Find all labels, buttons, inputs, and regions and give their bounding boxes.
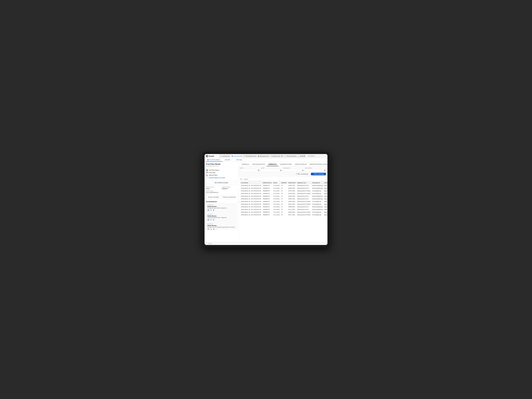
username-label: Benutzername bbox=[206, 186, 221, 188]
refresh-icon[interactable]: 🔄 bbox=[207, 228, 209, 230]
sub-tab-close[interactable]: ✕ bbox=[232, 159, 233, 160]
calendar-icon: 📅 bbox=[206, 172, 208, 174]
ablesestatus-select[interactable] bbox=[305, 169, 326, 172]
filter-row: Datum 📅 Sparte Ablesegrund bbox=[239, 166, 327, 177]
sub-tab-cvplu[interactable]: cvPLUpda...✕ bbox=[234, 158, 246, 162]
monitor-icon[interactable]: 🖥 bbox=[213, 219, 214, 221]
filter-actions: ↺ Filter zurücksetzen ✓ Filter anwenden bbox=[240, 173, 326, 175]
logout-button[interactable]: Benutzer abmelden bbox=[206, 196, 221, 199]
account-info: Benutzername petreu Registrierstatus Reg… bbox=[205, 185, 238, 194]
table-row[interactable]: Schiersteiner Str. 35 B SWJHUH-DF3008986… bbox=[240, 187, 327, 190]
reset-password-button[interactable]: Passwort zurücksetzen bbox=[222, 196, 237, 199]
nav-tab-ueberblick[interactable]: ÜBERBLICK bbox=[240, 163, 251, 166]
tab-icon: 📦 bbox=[258, 155, 259, 157]
data-table: Asset-NameZählernummerDatumZählwerkZähle… bbox=[240, 181, 327, 216]
search-input[interactable] bbox=[310, 155, 325, 157]
search-icon: 🔍 bbox=[308, 155, 310, 157]
sparte-select[interactable] bbox=[261, 169, 282, 172]
refresh-icon[interactable]: 🔄 bbox=[207, 219, 209, 221]
table-row[interactable]: Schiersteiner Str. 35 B SWJHUH-DF3008986… bbox=[240, 184, 327, 187]
global-search[interactable]: 🔍 bbox=[307, 155, 326, 158]
history-item-1: 20.6.2022 Online Service Preisänderungss… bbox=[206, 213, 237, 222]
action-buttons: Benutzer abmelden Passwort zurücksetzen bbox=[205, 194, 238, 200]
tab-inventory[interactable]: 📋Inventory Items✕ bbox=[219, 154, 230, 158]
table-row[interactable]: Schiersteiner Str. 35 B SWJHUH-DF3008986… bbox=[240, 200, 327, 203]
username-field: Benutzername petreu bbox=[206, 186, 221, 189]
all-contacts-button[interactable]: Alle Kontakte anzeigen bbox=[206, 181, 237, 184]
history-item-2: 10.6.2022 Online Service Info über neues… bbox=[206, 222, 237, 230]
history-date: 10.6.2022 bbox=[207, 223, 235, 225]
nav-tab-abschlagsplan[interactable]: ABSCHLAGSPLAN bbox=[293, 163, 308, 166]
sub-tab-label: cvPLUpda... bbox=[236, 159, 243, 160]
check-icon: ✓ bbox=[313, 173, 314, 175]
history-service: Online Service bbox=[207, 206, 235, 207]
nav-tab-marketingeinwilligung[interactable]: MARKETINGEINWILLIGUNG bbox=[308, 163, 327, 166]
last-login-field: Letzter Login 15.11.2013 06:24:11 bbox=[206, 190, 237, 193]
screen: Kunde 📋Inventory Items✕👤Frau Petra Reute… bbox=[205, 154, 327, 245]
tab-aachener[interactable]: 📍Aachener Str. 1351 S...✕ bbox=[269, 154, 283, 158]
grid-icon bbox=[206, 155, 208, 157]
table-row[interactable]: Schiersteiner Str. 35 B SWJHUH-DF3008986… bbox=[240, 205, 327, 208]
history-service: Online Service bbox=[207, 215, 235, 217]
collapse-panel-button[interactable]: ‹ bbox=[238, 201, 241, 203]
history-icon: ⏱ bbox=[206, 243, 207, 244]
sub-tab-close[interactable]: ✕ bbox=[244, 159, 245, 160]
tab-label: OmniStudio FlexCards bbox=[246, 155, 256, 157]
history-date: 20.6.2022 bbox=[207, 214, 235, 215]
info-phone: 📞 +49611370814 bbox=[206, 174, 237, 177]
table-row[interactable]: Schiersteiner Str. 35 B SWJHUH-DF3008986… bbox=[240, 214, 327, 216]
tab-omniscript[interactable]: 📐Omniscript Designer✕ bbox=[283, 154, 297, 158]
tab-omnistudio[interactable]: ✏️OmniStudio FlexCards✕ bbox=[243, 154, 256, 158]
download-icon[interactable]: ⬇ bbox=[210, 209, 212, 211]
table-row[interactable]: Schiersteiner Str. 35 B SWJHUH-DF3008986… bbox=[240, 203, 327, 205]
col-z-hlwerk: Zählwerk bbox=[280, 181, 287, 184]
tab-icon: 📐 bbox=[285, 155, 286, 157]
right-panel: ÜBERBLICKRECHNUNGSINFOSVERBRAUCHKUNDENHI… bbox=[239, 162, 327, 242]
tab-icon: 📍 bbox=[270, 155, 272, 157]
col-z-hlerstand: Zählerstand bbox=[287, 181, 296, 184]
table-row[interactable]: Schiersteiner Str. 35 B SWJHUH-DF3008986… bbox=[240, 197, 327, 200]
main-content: Frau Petra Reuter Geschäftspartner Priva… bbox=[205, 162, 327, 242]
table-search-input[interactable] bbox=[243, 178, 264, 181]
tab-label: Aachener Str. 1351 S... bbox=[272, 155, 283, 157]
tab-icon: 📋 bbox=[220, 155, 222, 157]
table-row[interactable]: Schiersteiner Str. 35 B SWJHUH-DF3008986… bbox=[240, 211, 327, 214]
datum-input[interactable] bbox=[240, 169, 260, 172]
customer-info: 👤 Frau Petra Reuter 📅 01.04.1956 📞 +4961… bbox=[205, 168, 238, 180]
ablesegrund-label: Ablesegrund bbox=[283, 167, 304, 169]
sub-tab-frau-petra-sub[interactable]: 👤Frau Petra Reuter✕ bbox=[206, 158, 223, 162]
mail-icon[interactable]: ✉️ bbox=[215, 228, 217, 230]
tab-frau-petra[interactable]: 👤Frau Petra Reuter✕ bbox=[230, 154, 242, 158]
tab-label: All Assets | Assets bbox=[260, 155, 269, 157]
customer-phone: +49611370814 bbox=[209, 175, 217, 176]
table-row[interactable]: Schiersteiner Str. 35 B SWJHUH-DF3008986… bbox=[240, 208, 327, 211]
customer-header: Frau Petra Reuter Geschäftspartner Priva… bbox=[205, 162, 238, 168]
nav-tab-verbrauch[interactable]: VERBRAUCH bbox=[267, 163, 278, 166]
apply-filter-button[interactable]: ✓ Filter anwenden bbox=[311, 173, 326, 175]
bottom-bar: ⏱ History bbox=[205, 242, 327, 245]
monitor-icon[interactable]: 🖥 bbox=[213, 209, 214, 211]
sub-tab-a1s7a00[interactable]: a1S7a00...✕ bbox=[223, 158, 234, 162]
table-row[interactable]: Schiersteiner Str. 35 B SWJHUH-DF3008986… bbox=[240, 190, 327, 192]
filter-ablesegrund: Ablesegrund bbox=[283, 167, 304, 172]
header-row: Asset-NameZählernummerDatumZählwerkZähle… bbox=[240, 181, 327, 184]
tab-order[interactable]: 🛒00001060✕ bbox=[297, 154, 306, 158]
ablesegrund-select[interactable] bbox=[283, 169, 304, 172]
sparte-label: Sparte bbox=[261, 167, 282, 169]
table-row[interactable]: Schiersteiner Str. 35 B SWJHUH-DF3008986… bbox=[240, 195, 327, 197]
download-icon[interactable]: ⬇ bbox=[210, 219, 212, 221]
nav-tab-kundenhistorie[interactable]: KUNDENHISTORIE bbox=[278, 163, 293, 166]
nav-tab-rechnungsinfos[interactable]: RECHNUNGSINFOS bbox=[251, 163, 267, 166]
tab-icon: ✏️ bbox=[244, 155, 245, 157]
sub-tab-close[interactable]: ✕ bbox=[220, 159, 222, 160]
table-row[interactable]: Schiersteiner Str. 35 B SWJHUH-DF3008986… bbox=[240, 192, 327, 195]
tab-all-assets[interactable]: 📦All Assets | Assets✕ bbox=[257, 154, 269, 158]
username-value: petreu bbox=[206, 188, 210, 189]
download-icon[interactable]: ⬇ bbox=[210, 228, 212, 230]
customer-dob: 01.04.1956 bbox=[209, 172, 215, 173]
refresh-icon[interactable]: 🔄 bbox=[207, 209, 209, 211]
reset-filter-button[interactable]: ↺ Filter zurücksetzen bbox=[294, 173, 310, 175]
monitor-icon[interactable]: 🖥 bbox=[213, 228, 214, 230]
customer-email[interactable]: reuterpetra@gmx.de.invalid bbox=[209, 177, 225, 178]
info-person: 👤 Frau Petra Reuter bbox=[206, 169, 237, 171]
